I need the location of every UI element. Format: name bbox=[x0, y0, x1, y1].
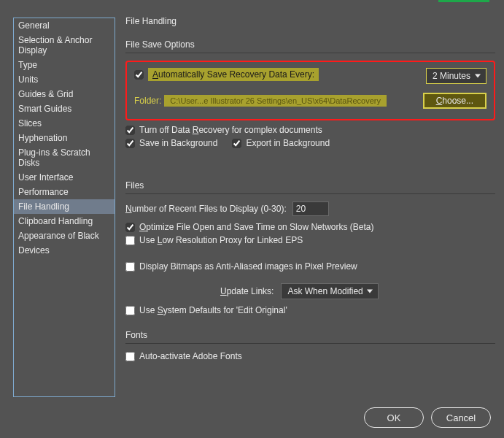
sidebar-item-hyphenation[interactable]: Hyphenation bbox=[14, 131, 115, 145]
auto-activate-fonts-label: Auto-activate Adobe Fonts bbox=[139, 351, 242, 361]
sidebar-item-type[interactable]: Type bbox=[14, 58, 115, 72]
dialog-footer: OK Cancel bbox=[364, 407, 491, 428]
sidebar-item-user-interface[interactable]: User Interface bbox=[14, 170, 115, 185]
input-recent-files[interactable] bbox=[292, 201, 329, 216]
folder-path: C:\User...e Illustrator 26 Settings\en_U… bbox=[164, 95, 387, 107]
export-in-background-label: Export in Background bbox=[246, 138, 330, 148]
fieldset-file-save-options: File Save Options Automatically Save Rec… bbox=[125, 39, 495, 151]
select-autosave-interval[interactable]: 2 Minutes bbox=[426, 68, 486, 84]
checkbox-system-defaults[interactable] bbox=[125, 306, 135, 315]
sidebar-item-guides-grid[interactable]: Guides & Grid bbox=[14, 87, 115, 101]
update-links-label: Update Links: bbox=[220, 286, 274, 296]
checkbox-turn-off-recovery[interactable] bbox=[125, 126, 135, 135]
sidebar-item-performance[interactable]: Performance bbox=[14, 185, 115, 199]
sidebar-item-general[interactable]: General bbox=[14, 18, 115, 33]
system-defaults-label: Use System Defaults for 'Edit Original' bbox=[139, 305, 287, 315]
sidebar-item-plugins-scratch[interactable]: Plug-ins & Scratch Disks bbox=[14, 145, 115, 170]
optimize-slow-networks-label: Optimize File Open and Save Time on Slow… bbox=[139, 222, 373, 232]
sidebar-item-devices[interactable]: Devices bbox=[14, 243, 115, 258]
recent-files-label: Number of Recent Files to Display (0-30)… bbox=[125, 204, 287, 214]
select-update-links[interactable]: Ask When Modified bbox=[281, 283, 379, 299]
save-in-background-label: Save in Background bbox=[139, 138, 217, 148]
display-bitmaps-label: Display Bitmaps as Anti-Aliased images i… bbox=[139, 261, 357, 272]
checkbox-display-bitmaps[interactable] bbox=[125, 262, 135, 272]
sidebar-item-appearance-black[interactable]: Appearance of Black bbox=[14, 228, 115, 243]
choose-folder-button[interactable]: Choose... bbox=[423, 93, 486, 109]
legend-files: Files bbox=[125, 180, 495, 194]
main-panel: File Handling File Save Options Automati… bbox=[125, 16, 495, 376]
legend-fonts: Fonts bbox=[125, 330, 495, 344]
sidebar-item-clipboard[interactable]: Clipboard Handling bbox=[14, 214, 115, 228]
ok-button[interactable]: OK bbox=[364, 407, 424, 428]
checkbox-optimize-slow-networks[interactable] bbox=[125, 223, 135, 232]
folder-label: Folder: bbox=[134, 96, 161, 106]
cancel-button[interactable]: Cancel bbox=[431, 407, 491, 428]
legend-file-save-options: File Save Options bbox=[125, 39, 495, 53]
checkbox-save-in-background[interactable] bbox=[125, 139, 135, 148]
sidebar-item-file-handling[interactable]: File Handling bbox=[14, 199, 115, 214]
sidebar-item-units[interactable]: Units bbox=[14, 72, 115, 87]
sidebar-item-selection-anchor[interactable]: Selection & Anchor Display bbox=[14, 33, 115, 58]
sidebar-item-smart-guides[interactable]: Smart Guides bbox=[14, 101, 115, 116]
fieldset-fonts: Fonts Auto-activate Adobe Fonts bbox=[125, 330, 495, 361]
checkbox-export-in-background[interactable] bbox=[232, 139, 241, 148]
preferences-sidebar: General Selection & Anchor Display Type … bbox=[13, 18, 115, 397]
checkbox-auto-save[interactable] bbox=[134, 70, 144, 80]
sidebar-item-slices[interactable]: Slices bbox=[14, 116, 115, 131]
page-title: File Handling bbox=[125, 16, 495, 26]
highlighted-autosave-region: Automatically Save Recovery Data Every: … bbox=[125, 61, 495, 120]
checkbox-low-res-proxy[interactable] bbox=[125, 236, 135, 245]
window-accent bbox=[438, 0, 489, 2]
fieldset-files: Files Number of Recent Files to Display … bbox=[125, 180, 495, 315]
low-res-proxy-label: Use Low Resolution Proxy for Linked EPS bbox=[139, 235, 303, 245]
turn-off-recovery-label: Turn off Data Recovery for complex docum… bbox=[139, 125, 322, 135]
autosave-label: Automatically Save Recovery Data Every: bbox=[148, 68, 319, 81]
checkbox-auto-activate-fonts[interactable] bbox=[125, 352, 135, 361]
